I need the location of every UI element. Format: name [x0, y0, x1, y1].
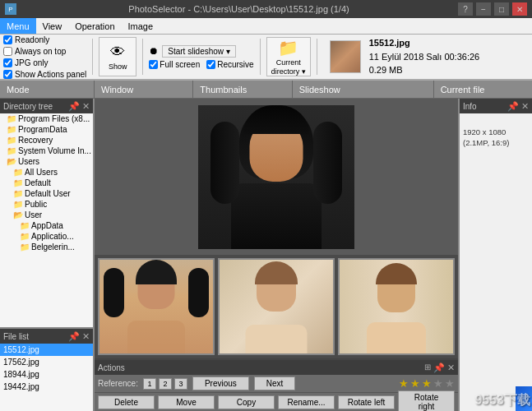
actions-close-icon[interactable]: ✕ — [447, 363, 455, 373]
previous-button[interactable]: Previous — [192, 376, 249, 390]
menu-item-operation[interactable]: Operation — [68, 18, 121, 34]
file-item-15512[interactable]: 15512.jpg — [0, 344, 93, 356]
tree-item-default-user[interactable]: 📁 Default User — [0, 188, 93, 199]
thumbnail-3[interactable] — [338, 258, 455, 355]
folder-icon: 📂 — [7, 157, 16, 166]
fullscreen-checkbox[interactable] — [149, 60, 158, 69]
move-button[interactable]: Move — [158, 395, 215, 409]
star-rating: ★ ★ ★ ★ ★ — [399, 377, 455, 390]
rotate-right-button[interactable]: Rotate right — [398, 390, 455, 411]
close-button[interactable]: ✕ — [512, 2, 527, 16]
divider-4 — [317, 39, 317, 75]
readonly-label: Readonly — [15, 35, 49, 44]
tree-item-appdata[interactable]: 📁 AppData — [0, 220, 93, 231]
folder-icon: 📁 — [7, 125, 16, 134]
tree-item-belgelerim[interactable]: 📁 Belgelerin... — [0, 242, 93, 252]
tree-item-application[interactable]: 📁 Applicatio... — [0, 231, 93, 242]
pin-icon[interactable]: 📌 — [68, 331, 80, 342]
slideshow-dropdown-icon: ▾ — [226, 47, 230, 56]
folder-icon: 📁 — [13, 189, 23, 198]
tree-content: 📁 Program Files (x8... 📁 ProgramData 📁 R… — [0, 113, 93, 327]
reference-label: Reference: — [98, 379, 138, 388]
current-directory-button[interactable]: 📁 Current directory ▾ — [266, 37, 311, 76]
file-item-19442[interactable]: 19442.jpg — [0, 381, 93, 393]
pin-icon[interactable]: 📌 — [68, 101, 80, 112]
reference-buttons: 1 2 3 — [143, 378, 187, 390]
actions-expand-icon[interactable]: ⊞ — [424, 363, 431, 373]
close-icon[interactable]: ✕ — [82, 101, 90, 112]
close-icon[interactable]: ✕ — [82, 331, 90, 342]
star-4[interactable]: ★ — [433, 377, 443, 390]
main-area: Directory tree 📌 ✕ 📁 Program Files (x8..… — [0, 99, 532, 411]
actions-pin-icon[interactable]: 📌 — [433, 363, 445, 373]
menu-item-view[interactable]: View — [36, 18, 69, 34]
thumbnail-strip — [95, 255, 458, 358]
maximize-button[interactable]: □ — [494, 2, 509, 16]
tree-item[interactable]: 📁 System Volume In... — [0, 145, 93, 156]
file-item-17562[interactable]: 17562.jpg — [0, 356, 93, 368]
copy-button[interactable]: Copy — [218, 395, 275, 409]
help-button[interactable]: ? — [458, 2, 473, 16]
slideshow-group: ⏺ Start slideshow ▾ Full screen Recursiv… — [149, 45, 253, 69]
toolbar: Readonly Always on top JPG only Show Act… — [0, 35, 532, 81]
title-bar: P PhotoSelector - C:\Users\User\Desktop\… — [0, 0, 532, 18]
next-button[interactable]: Next — [254, 376, 296, 390]
mode-section-current-file: Current file — [434, 81, 532, 98]
current-dir-icon: 📁 — [278, 38, 298, 58]
blue-accent — [516, 386, 532, 411]
menu-item-menu[interactable]: Menu — [0, 18, 36, 34]
show-actions-checkbox[interactable] — [3, 70, 12, 79]
divider-2 — [142, 39, 143, 75]
tree-item[interactable]: 📁 Program Files (x8... — [0, 113, 93, 124]
tree-item-all-users[interactable]: 📁 All Users — [0, 167, 93, 178]
directory-tree: Directory tree 📌 ✕ 📁 Program Files (x8..… — [0, 99, 93, 329]
tree-item[interactable]: 📁 Recovery — [0, 135, 93, 145]
divider-1 — [92, 39, 93, 75]
star-1[interactable]: ★ — [399, 377, 409, 390]
tree-item-default[interactable]: 📁 Default — [0, 178, 93, 188]
recursive-checkbox[interactable] — [206, 60, 215, 69]
main-image — [198, 105, 354, 249]
delete-button[interactable]: Delete — [98, 395, 155, 409]
show-button[interactable]: 👁 Show — [99, 37, 136, 76]
ref-button-1[interactable]: 1 — [143, 378, 156, 390]
left-panel: Directory tree 📌 ✕ 📁 Program Files (x8..… — [0, 99, 95, 411]
minimize-button[interactable]: − — [476, 2, 491, 16]
always-on-top-checkbox[interactable] — [3, 47, 12, 56]
recursive-label: Recursive — [217, 60, 253, 69]
file-date: 11 Eylül 2018 Salı 00:36:26 — [369, 50, 480, 64]
divider-3 — [260, 39, 261, 75]
folder-icon: 📁 — [7, 136, 16, 145]
jpg-only-checkbox[interactable] — [3, 58, 12, 67]
file-info-section: 15512.jpg 11 Eylül 2018 Salı 00:36:26 0.… — [323, 36, 529, 77]
dir-tree-header: Directory tree 📌 ✕ — [0, 99, 93, 113]
file-item-18944[interactable]: 18944.jpg — [0, 368, 93, 381]
file-size: 0.29 MB — [369, 63, 480, 77]
tree-item-public[interactable]: 📁 Public — [0, 199, 93, 210]
ref-button-2[interactable]: 2 — [159, 378, 172, 390]
current-dir-label: Current directory ▾ — [271, 58, 306, 76]
thumbnail-2[interactable] — [218, 258, 335, 355]
star-5[interactable]: ★ — [445, 377, 455, 390]
file-details: 15512.jpg 11 Eylül 2018 Salı 00:36:26 0.… — [369, 36, 480, 77]
info-pin-icon[interactable]: 📌 — [507, 101, 519, 112]
slideshow-button[interactable]: Start slideshow ▾ — [162, 45, 236, 58]
folder-icon: 📁 — [20, 242, 30, 252]
star-3[interactable]: ★ — [422, 377, 432, 390]
folder-icon: 📁 — [7, 114, 16, 123]
star-2[interactable]: ★ — [410, 377, 420, 390]
file-list: File list 📌 ✕ 15512.jpg 17562.jpg 18944.… — [0, 329, 93, 411]
mode-section-window: Window — [95, 81, 193, 98]
rename-button[interactable]: Rename... — [278, 395, 335, 409]
center-panel: Actions ⊞ 📌 ✕ Reference: 1 2 3 Previous … — [95, 99, 458, 411]
thumbnail-1[interactable] — [98, 258, 215, 355]
tree-item-user[interactable]: 📂 User — [0, 210, 93, 220]
tree-item-users[interactable]: 📂 Users — [0, 156, 93, 167]
ref-button-3[interactable]: 3 — [174, 378, 187, 390]
tree-item[interactable]: 📁 ProgramData — [0, 124, 93, 135]
rotate-left-button[interactable]: Rotate left — [338, 395, 395, 409]
readonly-checkbox[interactable] — [3, 35, 12, 44]
menu-item-image[interactable]: Image — [122, 18, 160, 34]
info-close-icon[interactable]: ✕ — [521, 101, 529, 112]
mode-section-mode: Mode — [0, 81, 95, 98]
